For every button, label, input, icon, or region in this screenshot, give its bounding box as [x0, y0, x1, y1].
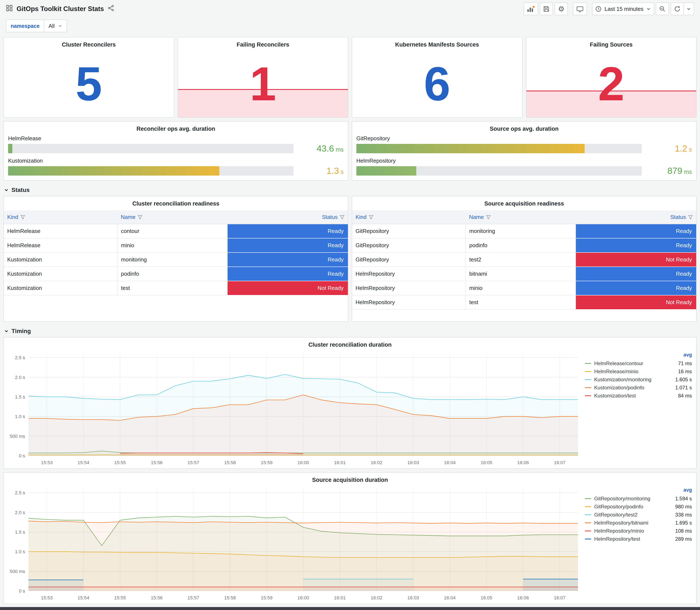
- series-name: HelmRelease/contour: [594, 360, 643, 366]
- series-color-key: [585, 387, 591, 388]
- legend-item[interactable]: HelmRelease/contour71 ms: [585, 359, 692, 368]
- filter-icon[interactable]: [20, 215, 25, 219]
- bar-track: [8, 166, 293, 176]
- column-header-kind[interactable]: Kind: [4, 210, 117, 224]
- bar-value: 1.2s: [642, 143, 692, 154]
- stat-panel-failing-reconcilers: Failing Reconcilers 1: [178, 37, 348, 118]
- cell-kind: Kustomization: [4, 253, 117, 267]
- legend-item[interactable]: HelmRepository/test289 ms: [585, 535, 692, 543]
- time-range-picker[interactable]: Last 15 minutes: [592, 2, 654, 15]
- y-axis-label: 2.0 s: [15, 375, 25, 380]
- x-axis-label: 16:06: [517, 595, 529, 601]
- panel-title[interactable]: Cluster reconciliation duration: [4, 339, 696, 350]
- legend-item[interactable]: HelmRepository/minio108 ms: [585, 527, 692, 535]
- panel-title[interactable]: Reconciler ops avg. duration: [4, 123, 348, 134]
- timeseries-plot[interactable]: [29, 354, 578, 456]
- zoom-out-button[interactable]: [656, 2, 669, 15]
- x-axis-label: 15:55: [114, 595, 126, 601]
- cycle-view-button[interactable]: [573, 2, 587, 15]
- section-status[interactable]: Status: [3, 184, 697, 196]
- x-axis-label: 16:05: [481, 595, 492, 601]
- series-name: Kustomization/podinfo: [594, 385, 644, 391]
- section-timing[interactable]: Timing: [3, 325, 697, 337]
- cell-status: Ready: [576, 267, 696, 281]
- x-axis-label: 16:03: [407, 595, 419, 601]
- timeseries-plot[interactable]: [29, 489, 578, 591]
- stat-panel-k8s-manifests-sources: Kubernetes Manifests Sources 6: [352, 37, 523, 118]
- variable-value-dropdown[interactable]: All: [44, 19, 67, 32]
- add-panel-button[interactable]: [524, 2, 538, 15]
- filter-icon[interactable]: [138, 215, 142, 219]
- series-avg-value: 1.071 s: [675, 385, 692, 391]
- cell-name: contour: [117, 224, 227, 238]
- filter-icon[interactable]: [369, 215, 373, 219]
- stat-value: 1: [250, 60, 276, 108]
- series-avg-value: 338 ms: [675, 512, 692, 518]
- column-header-kind[interactable]: Kind: [352, 210, 466, 224]
- filter-icon[interactable]: [340, 215, 344, 219]
- share-icon[interactable]: [108, 5, 114, 13]
- column-header-status[interactable]: Status: [227, 210, 348, 224]
- cell-kind: HelmRepository: [352, 267, 466, 281]
- stat-panel-failing-sources: Failing Sources 2: [526, 37, 697, 118]
- save-button[interactable]: [540, 2, 553, 15]
- legend-item[interactable]: GitRepository/podinfo980 ms: [585, 503, 692, 511]
- legend-item[interactable]: HelmRepository/bitnami1.695 s: [585, 519, 692, 527]
- legend-item[interactable]: GitRepository/test2338 ms: [585, 511, 692, 519]
- gauge-row: Reconciler ops avg. duration HelmRelease…: [3, 121, 697, 181]
- x-axis-label: 16:02: [371, 460, 382, 465]
- bottom-edge: [0, 607, 700, 610]
- legend-item[interactable]: Kustomization/test84 ms: [585, 392, 692, 400]
- legend-item[interactable]: Kustomization/podinfo1.071 s: [585, 384, 692, 392]
- settings-button[interactable]: ⚙: [555, 2, 568, 15]
- x-axis-label: 15:56: [151, 595, 163, 601]
- panel-title[interactable]: Cluster Reconcilers: [4, 39, 174, 50]
- x-axis-label: 15:56: [151, 460, 163, 465]
- variable-label-namespace: namespace: [6, 19, 44, 32]
- series-name: Kustomization/test: [594, 393, 636, 399]
- x-axis-label: 16:03: [407, 460, 419, 465]
- dashboard-title[interactable]: GitOps Toolkit Cluster Stats: [17, 5, 104, 13]
- x-axis-label: 16:07: [554, 595, 566, 601]
- cell-kind: Kustomization: [4, 281, 117, 295]
- y-axis-label: 2.5 s: [15, 490, 25, 496]
- table-row: KustomizationmonitoringReady: [4, 253, 348, 267]
- chart-panel-cluster-reconciliation: Cluster reconciliation duration 0 s500 m…: [3, 337, 697, 469]
- chevron-down-icon: [58, 24, 62, 28]
- legend-avg-header: avg: [585, 352, 692, 358]
- panel-title[interactable]: Kubernetes Manifests Sources: [352, 39, 522, 50]
- refresh-interval-dropdown[interactable]: [684, 2, 694, 15]
- cell-kind: GitRepository: [352, 253, 466, 267]
- series-name: HelmRepository/minio: [594, 528, 644, 534]
- bar-label: GitRepository: [356, 135, 692, 142]
- series-color-key: [585, 530, 591, 531]
- chart-panel-source-acquisition: Source acquisition duration 0 s500 ms1.0…: [3, 472, 697, 604]
- panel-title[interactable]: Source ops avg. duration: [352, 123, 696, 134]
- timeseries-canvas: [29, 489, 578, 591]
- table-row: HelmReleasecontourReady: [4, 224, 348, 238]
- bar-label: Kustomization: [8, 158, 344, 164]
- legend: avgGitRepository/monitoring1.594 sGitRep…: [585, 487, 692, 543]
- panel-title[interactable]: Source acquisition duration: [4, 475, 696, 485]
- panel-title[interactable]: Cluster reconciliation readiness: [4, 198, 348, 209]
- cell-status: Not Ready: [576, 253, 696, 267]
- cell-name: monitoring: [117, 253, 227, 267]
- legend-item[interactable]: GitRepository/monitoring1.594 s: [585, 495, 692, 503]
- column-header-status[interactable]: Status: [576, 210, 696, 224]
- x-axis-label: 16:01: [334, 460, 346, 465]
- series-avg-value: 84 ms: [678, 393, 692, 399]
- panel-title[interactable]: Failing Reconcilers: [178, 39, 348, 50]
- column-header-name[interactable]: Name: [117, 210, 227, 224]
- refresh-button[interactable]: [671, 2, 684, 15]
- legend-item[interactable]: HelmRelease/minio16 ms: [585, 368, 692, 375]
- filter-icon[interactable]: [688, 215, 693, 219]
- section-title: Timing: [12, 328, 31, 335]
- column-header-name[interactable]: Name: [466, 210, 576, 224]
- y-axis-label: 500 ms: [10, 434, 25, 439]
- legend-item[interactable]: Kustomization/monitoring1.605 s: [585, 375, 692, 384]
- section-title: Status: [12, 187, 30, 193]
- panel-title[interactable]: Source acquisition readiness: [352, 198, 696, 209]
- panel-title[interactable]: Failing Sources: [526, 39, 696, 50]
- timeseries-canvas: [29, 354, 578, 456]
- filter-icon[interactable]: [486, 215, 491, 219]
